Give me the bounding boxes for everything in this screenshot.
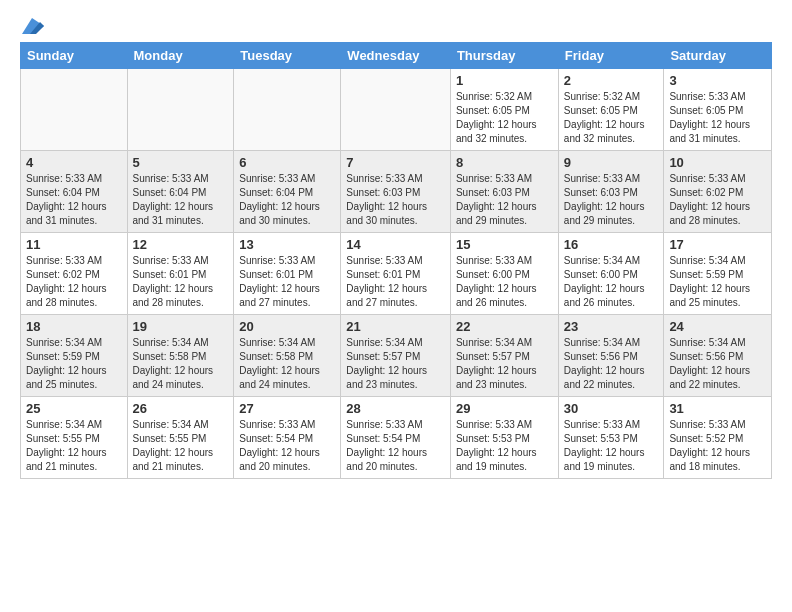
- calendar-cell: 20Sunrise: 5:34 AM Sunset: 5:58 PM Dayli…: [234, 315, 341, 397]
- day-number: 20: [239, 319, 335, 334]
- week-row-2: 4Sunrise: 5:33 AM Sunset: 6:04 PM Daylig…: [21, 151, 772, 233]
- day-info: Sunrise: 5:33 AM Sunset: 6:01 PM Dayligh…: [239, 254, 335, 310]
- calendar-cell: 30Sunrise: 5:33 AM Sunset: 5:53 PM Dayli…: [558, 397, 664, 479]
- calendar-cell: 21Sunrise: 5:34 AM Sunset: 5:57 PM Dayli…: [341, 315, 451, 397]
- calendar-cell: 29Sunrise: 5:33 AM Sunset: 5:53 PM Dayli…: [450, 397, 558, 479]
- day-number: 14: [346, 237, 445, 252]
- day-header-thursday: Thursday: [450, 43, 558, 69]
- day-number: 23: [564, 319, 659, 334]
- day-number: 26: [133, 401, 229, 416]
- calendar-cell: 27Sunrise: 5:33 AM Sunset: 5:54 PM Dayli…: [234, 397, 341, 479]
- day-info: Sunrise: 5:33 AM Sunset: 6:03 PM Dayligh…: [564, 172, 659, 228]
- calendar-cell: [234, 69, 341, 151]
- day-info: Sunrise: 5:34 AM Sunset: 6:00 PM Dayligh…: [564, 254, 659, 310]
- day-header-friday: Friday: [558, 43, 664, 69]
- calendar-cell: 2Sunrise: 5:32 AM Sunset: 6:05 PM Daylig…: [558, 69, 664, 151]
- calendar-cell: 25Sunrise: 5:34 AM Sunset: 5:55 PM Dayli…: [21, 397, 128, 479]
- day-info: Sunrise: 5:33 AM Sunset: 5:54 PM Dayligh…: [346, 418, 445, 474]
- day-header-sunday: Sunday: [21, 43, 128, 69]
- day-number: 25: [26, 401, 122, 416]
- calendar-cell: 31Sunrise: 5:33 AM Sunset: 5:52 PM Dayli…: [664, 397, 772, 479]
- day-number: 24: [669, 319, 766, 334]
- calendar-cell: 23Sunrise: 5:34 AM Sunset: 5:56 PM Dayli…: [558, 315, 664, 397]
- day-number: 29: [456, 401, 553, 416]
- day-info: Sunrise: 5:33 AM Sunset: 6:04 PM Dayligh…: [133, 172, 229, 228]
- week-row-4: 18Sunrise: 5:34 AM Sunset: 5:59 PM Dayli…: [21, 315, 772, 397]
- day-number: 3: [669, 73, 766, 88]
- calendar-cell: [21, 69, 128, 151]
- day-info: Sunrise: 5:34 AM Sunset: 5:55 PM Dayligh…: [26, 418, 122, 474]
- day-info: Sunrise: 5:33 AM Sunset: 6:03 PM Dayligh…: [346, 172, 445, 228]
- day-number: 7: [346, 155, 445, 170]
- day-number: 18: [26, 319, 122, 334]
- day-info: Sunrise: 5:33 AM Sunset: 6:02 PM Dayligh…: [669, 172, 766, 228]
- calendar-cell: 7Sunrise: 5:33 AM Sunset: 6:03 PM Daylig…: [341, 151, 451, 233]
- calendar-cell: 19Sunrise: 5:34 AM Sunset: 5:58 PM Dayli…: [127, 315, 234, 397]
- calendar-cell: 13Sunrise: 5:33 AM Sunset: 6:01 PM Dayli…: [234, 233, 341, 315]
- day-number: 19: [133, 319, 229, 334]
- day-number: 15: [456, 237, 553, 252]
- day-number: 6: [239, 155, 335, 170]
- day-number: 21: [346, 319, 445, 334]
- day-info: Sunrise: 5:34 AM Sunset: 5:58 PM Dayligh…: [239, 336, 335, 392]
- day-info: Sunrise: 5:33 AM Sunset: 6:04 PM Dayligh…: [239, 172, 335, 228]
- day-number: 28: [346, 401, 445, 416]
- calendar-cell: 6Sunrise: 5:33 AM Sunset: 6:04 PM Daylig…: [234, 151, 341, 233]
- day-number: 9: [564, 155, 659, 170]
- day-info: Sunrise: 5:33 AM Sunset: 5:53 PM Dayligh…: [564, 418, 659, 474]
- calendar-cell: 28Sunrise: 5:33 AM Sunset: 5:54 PM Dayli…: [341, 397, 451, 479]
- calendar-cell: 12Sunrise: 5:33 AM Sunset: 6:01 PM Dayli…: [127, 233, 234, 315]
- day-info: Sunrise: 5:34 AM Sunset: 5:55 PM Dayligh…: [133, 418, 229, 474]
- day-info: Sunrise: 5:34 AM Sunset: 5:57 PM Dayligh…: [346, 336, 445, 392]
- calendar-cell: 10Sunrise: 5:33 AM Sunset: 6:02 PM Dayli…: [664, 151, 772, 233]
- day-info: Sunrise: 5:34 AM Sunset: 5:56 PM Dayligh…: [564, 336, 659, 392]
- calendar-cell: 17Sunrise: 5:34 AM Sunset: 5:59 PM Dayli…: [664, 233, 772, 315]
- day-number: 30: [564, 401, 659, 416]
- day-info: Sunrise: 5:33 AM Sunset: 6:00 PM Dayligh…: [456, 254, 553, 310]
- calendar-cell: 26Sunrise: 5:34 AM Sunset: 5:55 PM Dayli…: [127, 397, 234, 479]
- day-header-monday: Monday: [127, 43, 234, 69]
- calendar-cell: 11Sunrise: 5:33 AM Sunset: 6:02 PM Dayli…: [21, 233, 128, 315]
- day-info: Sunrise: 5:32 AM Sunset: 6:05 PM Dayligh…: [564, 90, 659, 146]
- day-info: Sunrise: 5:32 AM Sunset: 6:05 PM Dayligh…: [456, 90, 553, 146]
- day-info: Sunrise: 5:33 AM Sunset: 6:01 PM Dayligh…: [346, 254, 445, 310]
- logo-icon: [22, 18, 44, 34]
- day-info: Sunrise: 5:33 AM Sunset: 6:05 PM Dayligh…: [669, 90, 766, 146]
- day-number: 11: [26, 237, 122, 252]
- header: [20, 16, 772, 34]
- calendar-cell: 4Sunrise: 5:33 AM Sunset: 6:04 PM Daylig…: [21, 151, 128, 233]
- day-info: Sunrise: 5:33 AM Sunset: 5:52 PM Dayligh…: [669, 418, 766, 474]
- day-info: Sunrise: 5:34 AM Sunset: 5:57 PM Dayligh…: [456, 336, 553, 392]
- day-number: 22: [456, 319, 553, 334]
- header-row: SundayMondayTuesdayWednesdayThursdayFrid…: [21, 43, 772, 69]
- day-number: 16: [564, 237, 659, 252]
- day-number: 8: [456, 155, 553, 170]
- day-info: Sunrise: 5:34 AM Sunset: 5:59 PM Dayligh…: [26, 336, 122, 392]
- week-row-3: 11Sunrise: 5:33 AM Sunset: 6:02 PM Dayli…: [21, 233, 772, 315]
- calendar-cell: [127, 69, 234, 151]
- day-number: 4: [26, 155, 122, 170]
- calendar-cell: 1Sunrise: 5:32 AM Sunset: 6:05 PM Daylig…: [450, 69, 558, 151]
- day-number: 5: [133, 155, 229, 170]
- day-number: 31: [669, 401, 766, 416]
- calendar-cell: 3Sunrise: 5:33 AM Sunset: 6:05 PM Daylig…: [664, 69, 772, 151]
- day-number: 27: [239, 401, 335, 416]
- week-row-5: 25Sunrise: 5:34 AM Sunset: 5:55 PM Dayli…: [21, 397, 772, 479]
- calendar-cell: 15Sunrise: 5:33 AM Sunset: 6:00 PM Dayli…: [450, 233, 558, 315]
- calendar-cell: 5Sunrise: 5:33 AM Sunset: 6:04 PM Daylig…: [127, 151, 234, 233]
- logo: [20, 16, 44, 34]
- calendar-cell: 16Sunrise: 5:34 AM Sunset: 6:00 PM Dayli…: [558, 233, 664, 315]
- day-number: 10: [669, 155, 766, 170]
- day-info: Sunrise: 5:34 AM Sunset: 5:56 PM Dayligh…: [669, 336, 766, 392]
- calendar-cell: 22Sunrise: 5:34 AM Sunset: 5:57 PM Dayli…: [450, 315, 558, 397]
- day-number: 2: [564, 73, 659, 88]
- calendar-cell: 18Sunrise: 5:34 AM Sunset: 5:59 PM Dayli…: [21, 315, 128, 397]
- calendar-cell: [341, 69, 451, 151]
- calendar-table: SundayMondayTuesdayWednesdayThursdayFrid…: [20, 42, 772, 479]
- calendar-header: SundayMondayTuesdayWednesdayThursdayFrid…: [21, 43, 772, 69]
- day-number: 1: [456, 73, 553, 88]
- calendar-cell: 9Sunrise: 5:33 AM Sunset: 6:03 PM Daylig…: [558, 151, 664, 233]
- calendar-cell: 24Sunrise: 5:34 AM Sunset: 5:56 PM Dayli…: [664, 315, 772, 397]
- calendar-body: 1Sunrise: 5:32 AM Sunset: 6:05 PM Daylig…: [21, 69, 772, 479]
- day-number: 13: [239, 237, 335, 252]
